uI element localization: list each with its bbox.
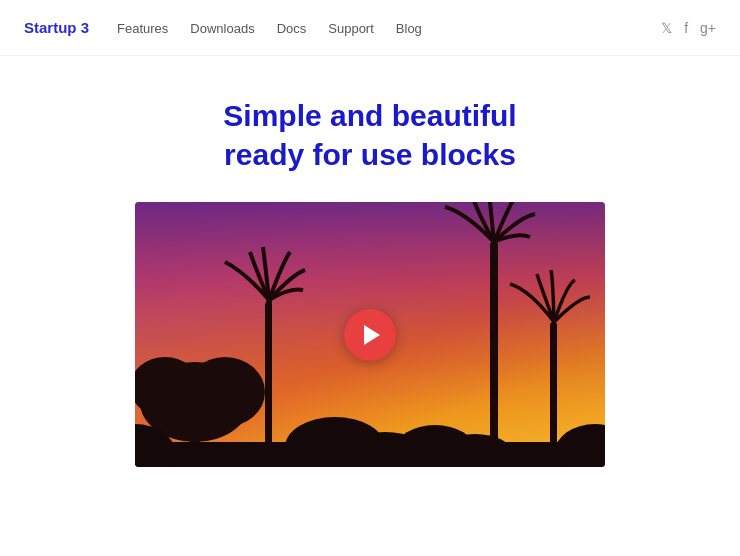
nav-item-blog[interactable]: Blog: [396, 21, 422, 36]
nav-item-downloads[interactable]: Downloads: [190, 21, 254, 36]
navbar: Startup 3 Features Downloads Docs Suppor…: [0, 0, 740, 56]
hero-title-line1: Simple and beautiful: [223, 99, 516, 132]
video-container[interactable]: [135, 202, 605, 467]
nav-item-support[interactable]: Support: [328, 21, 374, 36]
play-icon: [364, 325, 380, 345]
nav-links: Features Downloads Docs Support Blog: [117, 19, 422, 37]
twitter-icon[interactable]: 𝕏: [661, 20, 672, 36]
nav-item-features[interactable]: Features: [117, 21, 168, 36]
hero-title-line2: ready for use blocks: [224, 138, 516, 171]
nav-item-docs[interactable]: Docs: [277, 21, 307, 36]
svg-rect-14: [135, 442, 605, 467]
svg-rect-7: [490, 242, 498, 467]
facebook-icon[interactable]: f: [684, 20, 688, 36]
navbar-left: Startup 3 Features Downloads Docs Suppor…: [24, 19, 422, 37]
brand-logo[interactable]: Startup 3: [24, 19, 89, 36]
hero-section: Simple and beautiful ready for use block…: [0, 56, 740, 497]
play-button[interactable]: [344, 309, 396, 361]
hero-title: Simple and beautiful ready for use block…: [223, 96, 516, 174]
google-plus-icon[interactable]: g+: [700, 20, 716, 36]
navbar-right: 𝕏 f g+: [661, 20, 716, 36]
